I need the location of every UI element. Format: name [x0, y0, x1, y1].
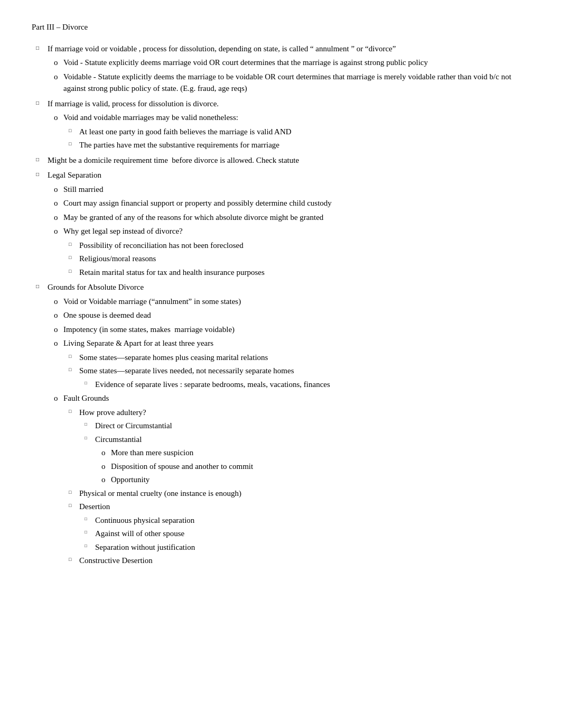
list-item: Why get legal sep instead of divorce? Po…	[63, 225, 529, 278]
item-text: The parties have met the substantive req…	[79, 141, 279, 149]
list-item: Evidence of separate lives : separate be…	[95, 379, 529, 391]
list-item: Direct or Circumstantial	[95, 420, 529, 432]
item-text: Continuous physical separation	[95, 516, 194, 524]
list-item: Grounds for Absolute Divorce Void or Voi…	[48, 281, 529, 567]
item-text: Legal Separation	[48, 171, 101, 179]
list-item: Against will of other spouse	[95, 528, 529, 540]
list-item: Physical or mental cruelty (one instance…	[79, 487, 529, 500]
item-text: Opportunity	[111, 475, 149, 484]
item-text: Against will of other spouse	[95, 529, 184, 538]
sub-list: Void and voidable marriages may be valid…	[48, 112, 529, 151]
list-item: May be granted of any of the reasons for…	[63, 211, 529, 224]
item-text: Void or Voidable marriage (“annulment” i…	[63, 297, 241, 306]
list-item: How prove adultery? Direct or Circumstan…	[79, 407, 529, 486]
list-item: Desertion Continuous physical separation…	[79, 501, 529, 553]
item-text: Evidence of separate lives : separate be…	[95, 380, 330, 389]
item-text: Void - Statute explicitly deems marriage…	[63, 58, 428, 67]
list-item: Court may assign financial support or pr…	[63, 197, 529, 209]
list-item: At least one party in good faith believe…	[79, 126, 529, 138]
sub-list: Evidence of separate lives : separate be…	[79, 379, 529, 391]
list-item: Some states—separate homes plus ceasing …	[79, 352, 529, 364]
item-text: Court may assign financial support or pr…	[63, 199, 332, 207]
item-text: Grounds for Absolute Divorce	[48, 283, 144, 291]
list-item: Opportunity	[111, 474, 529, 486]
list-item: Separation without justification	[95, 541, 529, 554]
sub-list: Void or Voidable marriage (“annulment” i…	[48, 296, 529, 567]
item-text: Living Separate & Apart for at least thr…	[63, 339, 213, 347]
list-item: Voidable - Statute explicitly deems the …	[63, 71, 529, 95]
list-item: Disposition of spouse and another to com…	[111, 460, 529, 473]
item-text: Still married	[63, 185, 103, 193]
item-text: If marriage is valid, process for dissol…	[48, 99, 219, 108]
item-text: One spouse is deemed dead	[63, 311, 151, 319]
sub-list: At least one party in good faith believe…	[63, 126, 529, 151]
list-item: Living Separate & Apart for at least thr…	[63, 337, 529, 390]
sub-list: Continuous physical separation Against w…	[79, 514, 529, 554]
item-text: Impotency (in some states, makes marriag…	[63, 325, 235, 334]
list-item: Still married	[63, 183, 529, 196]
list-item: Some states—separate lives needed, not n…	[79, 365, 529, 390]
list-item: Constructive Desertion	[79, 555, 529, 567]
list-item: Possibility of reconciliation has not be…	[79, 239, 529, 252]
item-text: Possibility of reconciliation has not be…	[79, 241, 244, 250]
list-item: More than mere suspicion	[111, 447, 529, 459]
list-item: Void - Statute explicitly deems marriage…	[63, 57, 529, 69]
list-item: If marriage void or voidable , process f…	[48, 43, 529, 95]
list-item: Retain marital status for tax and health…	[79, 266, 529, 279]
item-text: Desertion	[79, 502, 110, 511]
sub-list: Direct or Circumstantial Circumstantial …	[79, 420, 529, 486]
item-text: Might be a domicile requirement time bef…	[48, 156, 299, 164]
sub-list: How prove adultery? Direct or Circumstan…	[63, 407, 529, 567]
page-title: Part III – Divorce	[32, 21, 529, 33]
list-item: Circumstantial More than mere suspicion …	[95, 434, 529, 486]
sub-list: More than mere suspicion Disposition of …	[95, 447, 529, 486]
main-list: If marriage void or voidable , process f…	[32, 43, 529, 567]
sub-list: Some states—separate homes plus ceasing …	[63, 352, 529, 391]
item-text: Direct or Circumstantial	[95, 421, 172, 430]
list-item: Void or Voidable marriage (“annulment” i…	[63, 296, 529, 308]
item-text: Religious/moral reasons	[79, 254, 156, 263]
item-text: Physical or mental cruelty (one instance…	[79, 489, 241, 497]
item-text: At least one party in good faith believe…	[79, 127, 292, 136]
list-item: Impotency (in some states, makes marriag…	[63, 324, 529, 336]
item-text: Void and voidable marriages may be valid…	[63, 113, 238, 122]
item-text: If marriage void or voidable , process f…	[48, 44, 396, 53]
list-item: Fault Grounds How prove adultery? Direct…	[63, 392, 529, 567]
item-text: Some states—separate lives needed, not n…	[79, 366, 294, 375]
sub-list: Still married Court may assign financial…	[48, 183, 529, 279]
item-text: Some states—separate homes plus ceasing …	[79, 353, 268, 362]
item-text: May be granted of any of the reasons for…	[63, 213, 323, 222]
list-item: If marriage is valid, process for dissol…	[48, 98, 529, 151]
list-item: Continuous physical separation	[95, 514, 529, 527]
list-item: Void and voidable marriages may be valid…	[63, 112, 529, 151]
item-text: Retain marital status for tax and health…	[79, 268, 265, 277]
list-item: Religious/moral reasons	[79, 253, 529, 265]
item-text: Separation without justification	[95, 543, 195, 551]
list-item: Legal Separation Still married Court may…	[48, 169, 529, 278]
item-text: Voidable - Statute explicitly deems the …	[63, 72, 511, 93]
sub-list: Void - Statute explicitly deems marriage…	[48, 57, 529, 95]
item-text: Fault Grounds	[63, 394, 109, 402]
item-text: Why get legal sep instead of divorce?	[63, 227, 183, 235]
item-text: How prove adultery?	[79, 408, 146, 417]
item-text: Constructive Desertion	[79, 556, 153, 565]
item-text: Disposition of spouse and another to com…	[111, 462, 253, 471]
list-item: Might be a domicile requirement time bef…	[48, 154, 529, 167]
item-text: More than mere suspicion	[111, 448, 193, 457]
list-item: The parties have met the substantive req…	[79, 139, 529, 151]
sub-list: Possibility of reconciliation has not be…	[63, 239, 529, 279]
list-item: One spouse is deemed dead	[63, 309, 529, 321]
item-text: Circumstantial	[95, 435, 142, 444]
